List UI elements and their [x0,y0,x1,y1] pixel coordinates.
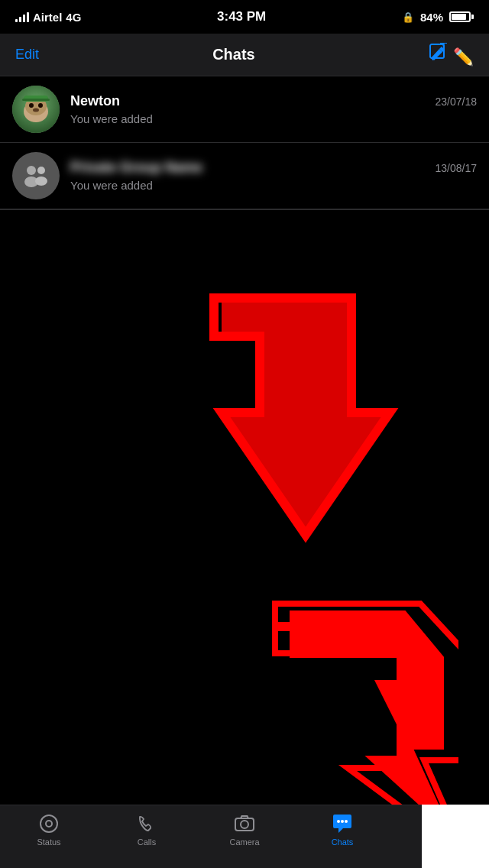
svg-point-8 [29,103,34,108]
svg-point-26 [241,821,248,828]
page-title: Chats [212,46,255,63]
tab-bar: Status Calls Camera Chats Settings [0,805,489,868]
calls-icon [136,813,157,834]
svg-marker-20 [374,680,436,741]
avatar-newton [12,86,60,133]
svg-point-27 [337,820,340,823]
settings-cover [422,805,489,868]
svg-point-29 [345,820,348,823]
navigation-bar: Edit Chats ✏️ [0,34,489,76]
tab-label-status: Status [37,837,60,847]
chat-item-newton[interactable]: Newton 23/07/18 You were added [0,76,489,143]
group-avatar-icon [21,160,51,191]
svg-rect-13 [22,99,50,101]
chat-preview-newton: You were added [70,112,153,125]
svg-point-23 [40,815,57,832]
chats-icon [331,813,354,834]
svg-marker-22 [214,302,397,527]
status-icon [38,813,60,834]
carrier-name: Airtel [33,11,62,24]
tab-label-chats: Chats [332,837,354,847]
chat-top-group: Private Group Name 13/08/17 [70,160,477,176]
status-bar: Airtel 4G 3:43 PM 🔒 84% [0,0,489,34]
edit-button[interactable]: Edit [15,47,39,63]
network-type: 4G [66,11,81,24]
chat-content-group: Private Group Name 13/08/17 You were add… [70,160,477,193]
chat-item-group[interactable]: Private Group Name 13/08/17 You were add… [0,143,489,209]
battery-icon [449,11,474,22]
camera-icon [234,813,255,834]
svg-point-24 [46,821,52,827]
svg-marker-21 [214,298,390,535]
divider-1 [0,209,489,210]
chat-date-group: 13/08/17 [436,162,478,174]
svg-marker-18 [290,611,451,833]
tab-label-camera: Camera [229,837,259,847]
tab-item-calls[interactable]: Calls [98,813,196,847]
pug-avatar-img [12,86,60,133]
chat-name-newton: Newton [70,93,120,109]
lock-icon: 🔒 [402,11,414,23]
chat-top-newton: Newton 23/07/18 [70,93,477,109]
avatar-group [12,152,60,199]
status-right-area: 🔒 84% [402,11,474,24]
chat-content-newton: Newton 23/07/18 You were added [70,93,477,126]
tab-item-camera[interactable]: Camera [196,813,293,847]
chat-name-group: Private Group Name [70,160,202,176]
status-time: 3:43 PM [217,9,266,24]
main-content: Newton 23/07/18 You were added Private G… [0,76,489,805]
svg-point-14 [27,166,36,175]
tab-item-status[interactable]: Status [0,813,98,847]
svg-point-28 [341,820,344,823]
chat-preview-group: You were added [70,179,153,192]
svg-point-16 [37,167,45,174]
svg-point-10 [33,108,39,112]
tab-item-chats[interactable]: Chats [293,813,391,847]
signal-icon [15,11,29,22]
compose-button[interactable]: ✏️ [429,43,474,67]
battery-percent: 84% [420,11,443,24]
tab-label-calls: Calls [138,837,156,847]
svg-point-17 [35,177,47,186]
chat-date-newton: 23/07/18 [436,96,478,108]
red-arrow-annotation [199,290,451,596]
compose-icon [429,43,449,63]
carrier-info: Airtel 4G [15,11,81,24]
svg-point-9 [38,103,43,108]
